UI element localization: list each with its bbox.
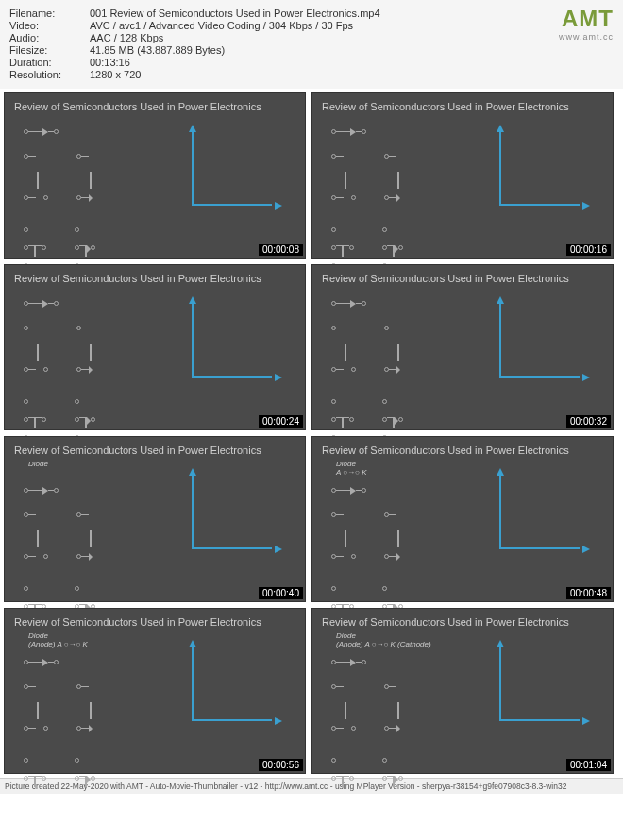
axes-icon: [192, 130, 277, 215]
duration-value: 00:13:16: [90, 57, 130, 68]
audio-label: Audio:: [9, 32, 90, 43]
video-value: AVC / avc1 / Advanced Video Coding / 304…: [90, 20, 353, 31]
thumb-content: [5, 288, 305, 411]
thumbnail-2: Review of Semiconductors Used in Power E…: [4, 264, 306, 430]
timestamp: 00:00:24: [259, 415, 303, 428]
thumb-content: [312, 288, 613, 411]
thumb-title: Review of Semiconductors Used in Power E…: [5, 93, 305, 116]
thumbnail-0: Review of Semiconductors Used in Power E…: [4, 92, 306, 259]
thumbnail-3: Review of Semiconductors Used in Power E…: [312, 264, 614, 430]
timestamp: 00:00:56: [259, 759, 303, 771]
thumbnail-6: Review of Semiconductors Used in Power E…: [4, 608, 306, 774]
axes-icon: [499, 646, 584, 731]
thumb-title: Review of Semiconductors Used in Power E…: [312, 609, 613, 631]
resolution-label: Resolution:: [9, 69, 90, 80]
axes-icon: [499, 302, 584, 387]
thumbnail-grid: Review of Semiconductors Used in Power E…: [0, 89, 623, 778]
timestamp: 00:00:16: [566, 244, 611, 256]
axes-icon: [499, 474, 584, 559]
timestamp: 00:01:04: [566, 759, 611, 771]
logo-text: AMT: [559, 6, 614, 32]
video-label: Video:: [9, 20, 90, 31]
thumb-title: Review of Semiconductors Used in Power E…: [5, 437, 305, 460]
timestamp: 00:00:40: [259, 587, 303, 599]
axes-icon: [192, 474, 277, 559]
thumb-content: [312, 116, 613, 239]
filesize-label: Filesize:: [9, 44, 90, 56]
filesize-value: 41.85 MB (43.887.889 Bytes): [90, 44, 225, 56]
thumb-title: Review of Semiconductors Used in Power E…: [5, 265, 305, 288]
thumb-content: [5, 116, 305, 239]
thumbnail-7: Review of Semiconductors Used in Power E…: [312, 608, 614, 774]
audio-value: AAC / 128 Kbps: [90, 32, 163, 43]
metadata-header: Filename:001 Review of Semiconductors Us…: [0, 0, 623, 89]
axes-icon: [192, 302, 277, 387]
thumb-content: Diode (Anode) A ○→○ K: [5, 631, 305, 754]
thumb-content: Diode A ○→○ K: [312, 460, 613, 582]
thumb-content: Diode: [5, 460, 305, 582]
thumb-title: Review of Semiconductors Used in Power E…: [312, 93, 613, 116]
thumb-title: Review of Semiconductors Used in Power E…: [312, 437, 613, 460]
logo-url: www.amt.cc: [559, 32, 614, 42]
filename-label: Filename:: [9, 8, 90, 19]
timestamp: 00:00:32: [566, 415, 611, 428]
duration-label: Duration:: [9, 57, 90, 68]
thumb-title: Review of Semiconductors Used in Power E…: [312, 265, 613, 288]
thumbnail-1: Review of Semiconductors Used in Power E…: [312, 92, 614, 259]
thumbnail-4: Review of Semiconductors Used in Power E…: [4, 436, 306, 602]
logo: AMT www.amt.cc: [559, 6, 614, 42]
thumbnail-5: Review of Semiconductors Used in Power E…: [312, 436, 614, 602]
timestamp: 00:00:48: [566, 587, 611, 599]
filename-value: 001 Review of Semiconductors Used in Pow…: [90, 8, 380, 19]
timestamp: 00:00:08: [259, 244, 303, 256]
axes-icon: [192, 646, 277, 731]
thumb-content: Diode (Anode) A ○→○ K (Cathode): [312, 631, 613, 754]
thumb-title: Review of Semiconductors Used in Power E…: [5, 609, 305, 631]
resolution-value: 1280 x 720: [90, 69, 141, 80]
axes-icon: [499, 130, 584, 215]
